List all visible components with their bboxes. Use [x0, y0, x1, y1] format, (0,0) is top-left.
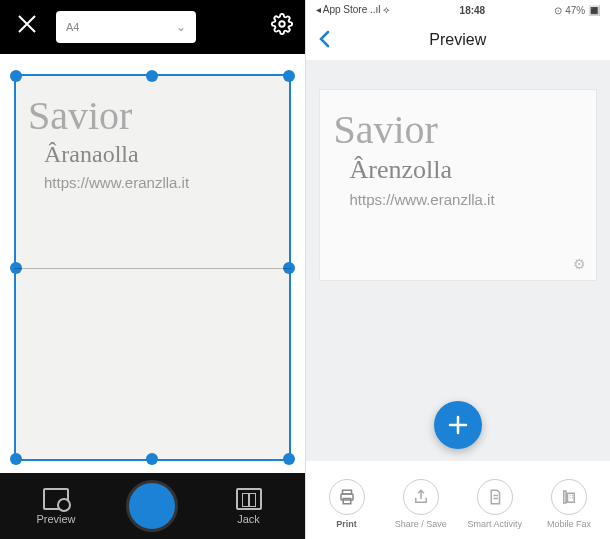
adjust-icon[interactable]: ⚙: [573, 256, 586, 272]
preview-actions: Print Share / Save Smart Activity Mobile…: [306, 465, 611, 539]
crop-handle-bottom-left[interactable]: [10, 453, 22, 465]
crop-handle-bottom[interactable]: [146, 453, 158, 465]
scanner-bottom-bar: Preview Jack: [0, 473, 305, 539]
doc-subtitle: Ârenzolla: [350, 155, 583, 185]
settings-icon[interactable]: [271, 13, 293, 41]
document-icon: [477, 479, 513, 515]
jack-label: Jack: [237, 513, 260, 525]
crop-handle-left[interactable]: [10, 262, 22, 274]
paper-size-select[interactable]: A4 ⌄: [56, 11, 196, 43]
status-bar: ◂ App Store ..ıl ⟡ 18:48 ⊙ 47% 🔳: [306, 0, 611, 20]
preview-document-card[interactable]: Savior Ârenzolla https://www.eranzlla.it…: [320, 90, 597, 280]
print-button[interactable]: Print: [310, 479, 384, 529]
scan-preview-area: Savior Âranaolla https://www.eranzlla.it: [14, 74, 291, 461]
smart-label: Smart Activity: [468, 519, 523, 529]
share-icon: [403, 479, 439, 515]
smart-activity-button[interactable]: Smart Activity: [458, 479, 532, 529]
share-button[interactable]: Share / Save: [384, 479, 458, 529]
status-time: 18:48: [390, 5, 554, 16]
paper-size-value: A4: [66, 21, 79, 33]
add-page-button[interactable]: [434, 401, 482, 449]
crop-frame[interactable]: [14, 74, 291, 461]
crop-handle-top-left[interactable]: [10, 70, 22, 82]
preview-header: Preview: [306, 20, 611, 60]
back-icon[interactable]: [316, 26, 346, 54]
svg-point-0: [279, 21, 285, 27]
preview-label: Preview: [36, 513, 75, 525]
print-label: Print: [336, 519, 357, 529]
mobile-fax-button[interactable]: Mobile Fax: [532, 479, 606, 529]
crop-handle-top[interactable]: [146, 70, 158, 82]
crop-handle-bottom-right[interactable]: [283, 453, 295, 465]
preview-body: Savior Ârenzolla https://www.eranzlla.it…: [306, 60, 611, 461]
scanner-screen: A4 ⌄ Savior Âranaolla https://www.eranzl…: [0, 0, 306, 539]
doc-title: Savior: [334, 106, 583, 153]
preview-button[interactable]: Preview: [28, 488, 84, 525]
jack-icon: [236, 488, 262, 510]
back-to-app: ◂ App Store ..ıl ⟡: [316, 4, 391, 16]
jack-button[interactable]: Jack: [221, 488, 277, 525]
doc-url: https://www.eranzlla.it: [350, 191, 583, 208]
preview-icon: [43, 488, 69, 510]
preview-title: Preview: [346, 31, 571, 49]
preview-screen: ◂ App Store ..ıl ⟡ 18:48 ⊙ 47% 🔳 Preview…: [306, 0, 611, 539]
chevron-down-icon: ⌄: [176, 20, 186, 34]
shutter-button[interactable]: [126, 480, 178, 532]
fax-label: Mobile Fax: [547, 519, 591, 529]
close-icon[interactable]: [12, 13, 42, 41]
print-icon: [329, 479, 365, 515]
crop-handle-right[interactable]: [283, 262, 295, 274]
fax-icon: [551, 479, 587, 515]
share-label: Share / Save: [395, 519, 447, 529]
scanner-top-bar: A4 ⌄: [0, 0, 305, 54]
status-battery: ⊙ 47% 🔳: [554, 5, 600, 16]
crop-handle-top-right[interactable]: [283, 70, 295, 82]
